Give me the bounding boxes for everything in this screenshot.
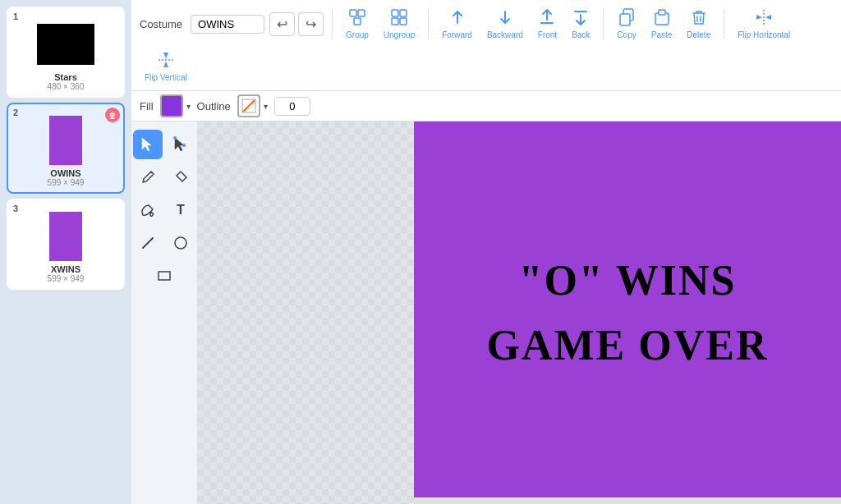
backward-label: Backward	[487, 30, 523, 39]
canvas-content: "O" WINS GAME OVER	[197, 121, 841, 504]
svg-line-20	[143, 238, 153, 248]
paste-label: Paste	[651, 30, 673, 39]
eraser-tool-button[interactable]	[166, 163, 195, 192]
forward-label: Forward	[442, 30, 472, 39]
backward-button[interactable]: Backward	[482, 5, 528, 43]
tool-row-2	[133, 163, 195, 192]
fill-color-arrow[interactable]: ▾	[186, 102, 191, 111]
copy-button[interactable]: Copy	[612, 5, 641, 43]
costume-size-1: 480 × 360	[48, 82, 85, 91]
front-label: Front	[538, 30, 557, 39]
canvas-text-gameover: GAME OVER	[487, 321, 769, 369]
flip-h-icon	[755, 8, 773, 29]
line-tool-button[interactable]	[133, 228, 163, 258]
svg-point-21	[175, 237, 186, 249]
svg-rect-5	[392, 18, 398, 25]
costume-thumb-2	[33, 116, 99, 165]
canvas-wrapper[interactable]: "O" WINS GAME OVER	[197, 121, 841, 504]
front-button[interactable]: Front	[533, 5, 562, 43]
group-label: Group	[346, 30, 369, 39]
costume-number-1: 1	[13, 11, 18, 21]
outline-color-button[interactable]	[237, 94, 260, 117]
svg-line-15	[243, 100, 255, 112]
costume-name-3: XWINS	[51, 264, 80, 274]
paste-icon	[653, 8, 671, 29]
flip-h-label: Flip Horizontal	[738, 30, 790, 39]
reshape-tool-button[interactable]	[166, 130, 195, 159]
costume-thumb-1	[33, 20, 99, 69]
editor-main: Costume ↩ ↪ Group	[131, 0, 841, 504]
costume-name-input[interactable]	[191, 15, 264, 34]
delete-icon	[690, 8, 708, 29]
costume-item-2[interactable]: 2 🗑 OWINS 599 × 949	[7, 103, 125, 194]
flip-h-button[interactable]: Flip Horizontal	[733, 5, 795, 43]
fill-outline-toolbar: Fill ▾ Outline ▾	[131, 91, 841, 121]
forward-button[interactable]: Forward	[437, 5, 477, 43]
front-icon	[538, 8, 556, 29]
backward-icon	[496, 8, 514, 29]
costume-list: 1 Stars 480 × 360 2 🗑 OWINS 599 × 949 3 …	[0, 0, 131, 504]
ungroup-button[interactable]: Ungroup	[379, 5, 420, 43]
tool-row-1	[133, 130, 195, 159]
fill-tool-button[interactable]	[133, 195, 163, 225]
copy-icon	[618, 8, 636, 29]
flip-v-label: Flip Vertical	[145, 73, 187, 82]
tool-row-3: T	[133, 195, 195, 225]
text-tool-button[interactable]: T	[166, 195, 195, 225]
circle-tool-button[interactable]	[166, 228, 195, 258]
costume-item-3[interactable]: 3 XWINS 599 × 949	[7, 199, 125, 290]
select-tool-button[interactable]	[133, 130, 163, 159]
costume-number-3: 3	[13, 204, 18, 213]
svg-rect-1	[358, 10, 365, 16]
back-button[interactable]: Back	[567, 5, 595, 43]
svg-rect-6	[400, 18, 407, 25]
fill-color-button[interactable]	[160, 94, 183, 117]
canvas-text-wins: "O" WINS	[519, 256, 737, 305]
copy-label: Copy	[617, 30, 636, 39]
back-icon	[572, 8, 590, 29]
text-tool-icon: T	[177, 203, 185, 218]
costume-item-1[interactable]: 1 Stars 480 × 360	[7, 7, 125, 98]
top-toolbar: Costume ↩ ↪ Group	[131, 0, 841, 91]
brush-tool-button[interactable]	[133, 163, 163, 192]
ungroup-label: Ungroup	[384, 30, 415, 39]
forward-icon	[448, 8, 466, 29]
outline-label: Outline	[197, 100, 231, 112]
costume-thumb-3	[33, 212, 99, 261]
ungroup-icon	[390, 8, 408, 29]
group-button[interactable]: Group	[341, 5, 374, 43]
flip-v-button[interactable]: Flip Vertical	[140, 48, 192, 85]
tool-row-4	[133, 228, 195, 258]
tool-row-5	[149, 261, 179, 291]
svg-rect-2	[354, 18, 361, 25]
costume-canvas[interactable]: "O" WINS GAME OVER	[414, 121, 841, 504]
costume-name-2: OWINS	[50, 168, 80, 178]
undo-button[interactable]: ↩	[269, 12, 295, 36]
fill-label: Fill	[140, 100, 154, 112]
canvas-area: T	[131, 121, 841, 504]
toolbar-sep-2	[428, 9, 429, 39]
delete-button[interactable]: Delete	[682, 5, 715, 43]
costume-label: Costume	[140, 18, 182, 30]
costume-number-2: 2	[13, 108, 18, 117]
costume-name-1: Stars	[54, 72, 77, 82]
svg-rect-22	[159, 272, 170, 280]
outline-size-input[interactable]	[274, 97, 310, 116]
tools-panel: T	[131, 121, 197, 504]
costume-delete-btn-2[interactable]: 🗑	[105, 108, 120, 122]
undo-redo-group: ↩ ↪	[269, 12, 324, 36]
svg-rect-10	[620, 14, 630, 25]
svg-rect-12	[659, 10, 665, 15]
outline-color-arrow[interactable]: ▾	[264, 102, 268, 111]
svg-rect-3	[392, 10, 398, 16]
toolbar-sep-3	[603, 9, 604, 39]
costume-size-3: 599 × 949	[48, 274, 85, 283]
thumb-xwins-img	[49, 212, 82, 261]
rect-tool-button[interactable]	[149, 261, 179, 291]
redo-button[interactable]: ↪	[298, 12, 324, 36]
svg-rect-0	[350, 10, 356, 16]
paste-button[interactable]: Paste	[646, 5, 678, 43]
back-label: Back	[572, 30, 590, 39]
costume-size-2: 599 × 949	[48, 178, 85, 187]
delete-label: Delete	[687, 30, 710, 39]
